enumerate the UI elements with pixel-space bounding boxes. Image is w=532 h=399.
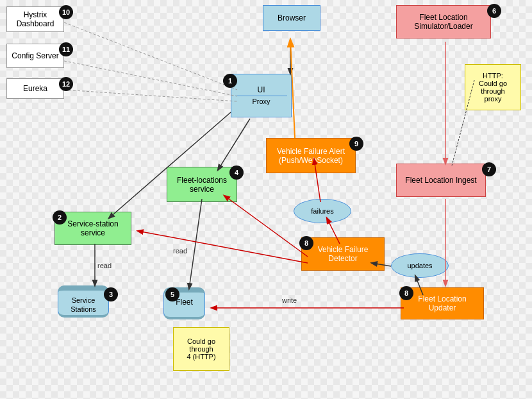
hystrix-label: Hystrix Dashboard xyxy=(11,10,60,28)
updates-label: updates xyxy=(407,262,432,269)
service-station-label: Service-stationservice xyxy=(67,219,118,237)
eureka-box: Eureka xyxy=(6,78,64,99)
http-proxy-note: HTTP:Could gothroughproxy xyxy=(465,64,521,110)
failures-label: failures xyxy=(311,207,333,215)
svg-line-2 xyxy=(109,112,231,218)
vehicle-failure-detector-label: Vehicle FailureDetector xyxy=(318,245,369,263)
badge-ui: 1 xyxy=(223,74,237,88)
badge-service-station: 2 xyxy=(53,210,67,225)
svg-line-17 xyxy=(64,90,237,101)
browser-label: Browser xyxy=(278,13,306,22)
ui-label: UI xyxy=(258,85,265,94)
fleet-location-ingest-label: Fleet Location Ingest xyxy=(405,176,476,185)
service-stations-db: ServiceStations xyxy=(58,285,109,318)
badge-eureka: 12 xyxy=(59,77,73,91)
http-4-note-label: Could gothrough4 (HTTP) xyxy=(187,337,215,361)
svg-line-16 xyxy=(64,61,237,96)
vehicle-failure-alert-box: Vehicle Failure Alert(Push/WebSocket) xyxy=(266,138,356,173)
fleet-location-ingest-box: Fleet Location Ingest xyxy=(396,164,486,197)
fleet-location-simulator-label: Fleet LocationSimulator/Loader xyxy=(414,13,472,31)
hystrix-dashboard-box: Hystrix Dashboard xyxy=(6,6,64,32)
http-proxy-note-label: HTTP:Could gothroughproxy xyxy=(479,72,507,103)
ui-box: UI Proxy xyxy=(231,74,292,117)
read-label-2: read xyxy=(97,262,112,269)
badge-fleet-location-updater: 8 xyxy=(399,286,413,300)
fleet-locations-label: Fleet-locationsservice xyxy=(177,176,227,194)
badge-vehicle-failure-detector: 8 xyxy=(299,236,313,250)
badge-config: 11 xyxy=(59,42,73,56)
eureka-label: Eureka xyxy=(23,84,47,93)
svg-line-3 xyxy=(189,199,202,289)
fleet-db-label: Fleet xyxy=(176,298,193,307)
vehicle-failure-detector-box: Vehicle FailureDetector xyxy=(301,237,385,271)
badge-vehicle-failure-alert: 9 xyxy=(349,137,363,151)
service-stations-label: ServiceStations xyxy=(71,296,96,313)
vehicle-failure-alert-label: Vehicle Failure Alert(Push/WebSocket) xyxy=(277,147,345,165)
svg-line-1 xyxy=(218,119,250,170)
svg-line-10 xyxy=(138,231,308,263)
read-label-4: read xyxy=(173,247,187,255)
svg-line-15 xyxy=(64,22,237,90)
fleet-location-simulator-box: Fleet LocationSimulator/Loader xyxy=(396,5,491,38)
updates-oval: updates xyxy=(391,253,449,278)
fleet-location-updater-label: Fleet LocationUpdater xyxy=(418,294,466,312)
write-label: write xyxy=(282,296,297,304)
badge-fleet-location-simulator: 6 xyxy=(487,4,501,18)
badge-fleet-location-ingest: 7 xyxy=(482,162,496,176)
arrows-svg xyxy=(0,0,532,399)
config-label: Config Server xyxy=(12,51,58,60)
fleet-locations-box: Fleet-locationsservice xyxy=(167,167,237,202)
badge-fleet-locations: 4 xyxy=(229,166,244,180)
badge-hystrix: 10 xyxy=(59,5,73,19)
architecture-diagram: Hystrix Dashboard 10 Config Server 11 Eu… xyxy=(0,0,532,399)
http-4-note: Could gothrough4 (HTTP) xyxy=(173,327,229,371)
badge-service-stations: 3 xyxy=(104,287,118,301)
failures-oval: failures xyxy=(294,199,351,223)
browser-box: Browser xyxy=(263,5,320,31)
svg-line-9 xyxy=(224,196,308,257)
badge-fleet-db: 5 xyxy=(165,287,179,301)
config-server-box: Config Server xyxy=(6,44,64,68)
proxy-label: Proxy xyxy=(235,96,287,106)
